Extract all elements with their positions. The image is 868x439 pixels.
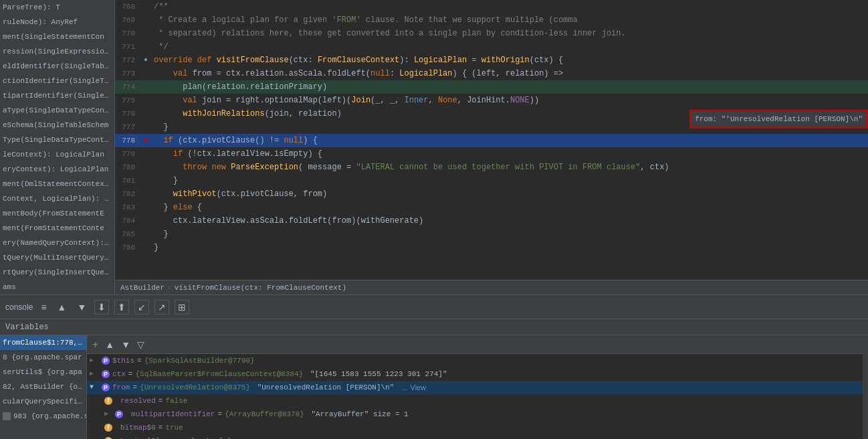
line-content-780: throw new ParseException( message = "LAT…	[151, 161, 868, 174]
line-icon-774	[140, 80, 151, 94]
code-lines: 768 /** 769 * Create a logical plan for …	[115, 0, 868, 280]
sidebar-item-19[interactable]: ams	[0, 280, 114, 294]
line-num-785: 785	[115, 228, 140, 241]
line-num-784: 784	[115, 214, 140, 228]
sidebar-item-4[interactable]: eldIdentifier(SingleTableIdenti	[0, 59, 114, 74]
debug-frame-1[interactable]: 8 {org.apache.spar	[0, 350, 86, 365]
toolbar-btn-corner1[interactable]: ↙	[134, 300, 149, 315]
sidebar-item-8[interactable]: eSchema(SingleTableSchem	[0, 118, 114, 133]
var-val-from: {UnresolvedRelation@8375}	[140, 381, 250, 394]
console-label: console	[5, 302, 33, 312]
var-val-resolved: false	[165, 394, 187, 408]
sidebar-item-15[interactable]: ment(FromStatementConte	[0, 221, 114, 236]
line-num-775: 775	[115, 94, 140, 107]
code-line-780: 780 throw new ParseException( message = …	[115, 161, 868, 174]
debug-frame-3[interactable]: 82, AstBuilder {org.	[0, 379, 86, 394]
line-num-783: 783	[115, 201, 140, 214]
toolbar-btn-corner2[interactable]: ↗	[154, 300, 169, 315]
line-icon-771	[140, 40, 151, 54]
var-name-from: from	[112, 381, 130, 394]
toolbar-btn-down2[interactable]: ⬇	[94, 300, 109, 315]
line-icon-780	[140, 161, 151, 174]
sidebar-item-11[interactable]: eryContext): LogicalPlan	[0, 162, 114, 177]
var-arrow-from[interactable]: ▼	[90, 381, 94, 394]
sidebar-item-14[interactable]: mentBody(FromStatementE	[0, 206, 114, 221]
sidebar-item-10[interactable]: leContext): LogicalPlan	[0, 147, 114, 162]
line-content-783: } else {	[151, 201, 868, 214]
sidebar-item-0[interactable]: ParseTree): T	[0, 0, 114, 15]
var-val-ctx-extra: "[1645 1583 1555 1223 301 274]"	[306, 367, 447, 381]
var-icon-resolved: f	[104, 397, 112, 405]
breadcrumb-method[interactable]: visitFromClause(ctx: FromClauseContext)	[175, 284, 346, 292]
line-num-773: 773	[115, 67, 140, 80]
code-line-785: 785 }	[115, 228, 868, 241]
sidebar-item-13[interactable]: Context, LogicalPlan): Logica	[0, 191, 114, 206]
debug-left-panel: fromClause$1:778, As 8 {org.apache.spar …	[0, 335, 87, 439]
sidebar-item-7[interactable]: aType(SingleDataTypeContex	[0, 103, 114, 118]
bottom-toolbar: console ≡ ▲ ▼ ⬇ ⬆ ↙ ↗ ⊞	[0, 294, 868, 319]
debug-content: fromClause$1:778, As 8 {org.apache.spar …	[0, 335, 868, 439]
toolbar-btn-menu[interactable]: ≡	[38, 300, 49, 314]
toolbar-btn-up1[interactable]: ▲	[55, 300, 70, 314]
line-content-781: }	[151, 174, 868, 187]
code-line-784: 784 ctx.lateralView.asScala.foldLeft(fro…	[115, 214, 868, 228]
line-num-779: 779	[115, 147, 140, 161]
sidebar-item-2[interactable]: ment(SingleStatementCon	[0, 29, 114, 44]
line-num-782: 782	[115, 187, 140, 201]
line-icon-776	[140, 107, 151, 120]
main-container: ParseTree): T ruleNode): AnyRef ment(Sin…	[0, 0, 868, 439]
line-content-778: if (ctx.pivotClause() != null) {	[151, 134, 868, 147]
debug-add-btn[interactable]: +	[90, 337, 101, 352]
line-content-768: /**	[151, 0, 868, 13]
sidebar-item-12[interactable]: ment(DmlStatementContext)	[0, 177, 114, 191]
line-num-768: 768	[115, 0, 140, 13]
debug-down-btn[interactable]: ▼	[118, 338, 133, 351]
var-icon-ctx: P	[102, 370, 110, 378]
toolbar-btn-down1[interactable]: ▼	[74, 300, 89, 314]
toolbar-btn-grid[interactable]: ⊞	[175, 300, 189, 315]
toolbar-btn-up2[interactable]: ⬆	[114, 300, 129, 315]
breadcrumb-astbuilder[interactable]: AstBuilder	[120, 284, 165, 292]
sidebar-item-6[interactable]: tipartIdentifier(SingleMultipartIdentifi…	[0, 88, 114, 103]
line-content-779: if (!ctx.lateralView.isEmpty) {	[151, 147, 868, 161]
line-num-774: 774	[115, 80, 140, 94]
sidebar-item-1[interactable]: ruleNode): AnyRef	[0, 15, 114, 29]
sidebar-item-17[interactable]: tQuery(MultiInsertQueryCo	[0, 250, 114, 265]
var-val-multipart: {ArrayBuffer@8378}	[225, 408, 304, 421]
var-arrow-ctx[interactable]: ▶	[90, 367, 94, 381]
var-row-multipart: ▶ P multipartIdentifier = {ArrayBuffer@8…	[87, 408, 863, 421]
var-eq-from: =	[132, 381, 137, 394]
var-arrow-this[interactable]: ▶	[90, 354, 94, 367]
sidebar: ParseTree): T ruleNode): AnyRef ment(Sin…	[0, 0, 115, 294]
var-eq-this: =	[137, 354, 142, 367]
var-eq-resolved: =	[158, 394, 163, 408]
code-line-769: 769 * Create a logical plan for a given …	[115, 13, 868, 27]
line-icon-783	[140, 201, 151, 214]
line-icon-782	[140, 187, 151, 201]
sidebar-item-5[interactable]: ctionIdentifier(SingleTableIdenti	[0, 74, 114, 88]
debug-up-btn[interactable]: ▲	[102, 338, 117, 351]
debug-frame-4[interactable]: cularQuerySpecifica	[0, 394, 86, 409]
code-line-783: 783 } else {	[115, 201, 868, 214]
sidebar-item-9[interactable]: Type(SingleDataTypeContex	[0, 133, 114, 147]
var-arrow-multipart[interactable]: ▶	[104, 408, 108, 421]
code-line-778: 778 ● if (ctx.pivotClause() != null) {	[115, 134, 868, 147]
line-num-771: 771	[115, 40, 140, 54]
debug-frame-5[interactable]: 983 {org.apache.sp	[0, 409, 86, 424]
sidebar-item-3[interactable]: ression(SingleExpressionCo	[0, 44, 114, 59]
line-num-770: 770	[115, 27, 140, 40]
var-val-multipart-extra: "ArrayBuffer" size = 1	[307, 408, 409, 421]
tooltip-box: from: "'UnresolvedRelation [PERSON]\n"	[689, 110, 868, 128]
sidebar-item-16[interactable]: ery(NamedQueryContext): S	[0, 236, 114, 250]
debug-filter-btn[interactable]: ▽	[134, 338, 147, 351]
debug-frame-0[interactable]: fromClause$1:778, As	[0, 335, 86, 350]
code-line-782: 782 withPivot(ctx.pivotClause, from)	[115, 187, 868, 201]
line-num-777: 777	[115, 120, 140, 134]
sidebar-item-18[interactable]: rtQuery(SingleInsertQuery	[0, 265, 114, 280]
debug-frame-2[interactable]: serUtils$ {org.apa	[0, 365, 86, 379]
right-scrollbar[interactable]	[863, 335, 868, 439]
var-view-link[interactable]: ... View	[402, 381, 426, 394]
line-content-770: * separated) relations here, these get c…	[151, 27, 868, 40]
line-icon-778: ●	[140, 134, 151, 147]
var-val-from-extra: "UnresolvedRelation [PERSON]\n"	[253, 381, 394, 394]
